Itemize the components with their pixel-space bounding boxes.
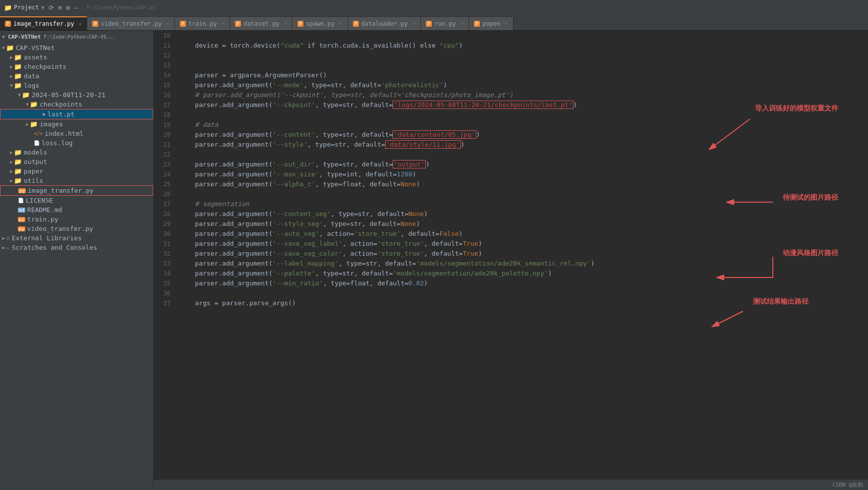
code-line-content[interactable] — [175, 110, 868, 120]
code-line-content[interactable]: parser = argparse.ArgumentParser() — [175, 70, 868, 80]
project-label[interactable]: Project — [14, 4, 39, 11]
sidebar-item-checkpoints-root[interactable]: ▶📁checkpoints — [0, 62, 153, 71]
sidebar-item-video-transfer-py[interactable]: pyvideo_transfer.py — [0, 224, 153, 233]
tab-image_transfer[interactable]: Pimage_transfer.py× — [0, 16, 87, 30]
sidebar-item-scratches[interactable]: ▶✏Scratches and Consoles — [0, 243, 153, 252]
code-line-content[interactable]: parser.add_argument('--style_seg', type=… — [175, 219, 868, 229]
code-row: 34 parser.add_argument('--palette', type… — [154, 269, 868, 278]
code-row: 19 # data — [154, 120, 868, 130]
code-line-content[interactable] — [175, 60, 868, 70]
sidebar-item-logs-date[interactable]: ▼📁2024-05-08T11-20-21 — [0, 90, 153, 100]
sidebar-item-output[interactable]: ▶📁output — [0, 157, 153, 166]
code-row: 28 parser.add_argument('--content_seg', … — [154, 209, 868, 219]
code-line-content[interactable]: parser.add_argument('--max_size', type=i… — [175, 169, 868, 179]
tab-label-spawn: spawn.py — [306, 20, 335, 27]
tab-video_transfer[interactable]: Pvideo_transfer.py× — [87, 16, 174, 30]
code-line-content[interactable]: parser.add_argument('--label_mapping', t… — [175, 259, 868, 269]
code-line-content[interactable]: # segmentation — [175, 199, 868, 209]
code-line-content[interactable]: parser.add_argument('--auto_seg', action… — [175, 229, 868, 239]
tab-close-train[interactable]: × — [222, 20, 225, 27]
sidebar-item-last-pt[interactable]: ◈last.pt — [0, 109, 153, 119]
code-line-content[interactable]: args = parser.parse_args() — [175, 298, 868, 308]
sidebar-item-models[interactable]: ▶📁models — [0, 148, 153, 157]
code-row: 12 — [154, 51, 868, 60]
code-line-content[interactable]: parser.add_argument('--content_seg', typ… — [175, 209, 868, 219]
tab-bar: Pimage_transfer.py×Pvideo_transfer.py×Pt… — [0, 15, 868, 31]
sidebar-item-paper[interactable]: ▶📁paper — [0, 166, 153, 176]
code-table: 10 11 device = torch.device("cuda" if to… — [154, 31, 868, 308]
code-row: 10 — [154, 31, 868, 41]
bottom-bar: CSDN @佐助 — [154, 479, 868, 490]
code-line-content[interactable]: parser.add_argument('--style', type=str,… — [175, 140, 868, 150]
tab-close-dataloader[interactable]: × — [412, 20, 416, 27]
code-line-content[interactable]: parser.add_argument('--palette', type=st… — [175, 269, 868, 278]
code-row: 26 — [154, 189, 868, 199]
tab-label-video_transfer: video_transfer.py — [101, 20, 162, 27]
credit-text: CSDN @佐助 — [832, 481, 863, 489]
tab-spawn[interactable]: Pspawn.py× — [292, 16, 347, 30]
code-line-content[interactable]: # parser.add_argument('--ckpoint', type=… — [175, 90, 868, 100]
sidebar-item-index-html[interactable]: </>index.html — [0, 129, 153, 138]
code-line-content[interactable]: parser.add_argument('--content', type=st… — [175, 130, 868, 140]
code-row: 27 # segmentation — [154, 199, 868, 209]
sidebar-item-image-transfer-py[interactable]: pyimage_transfer.py — [0, 185, 153, 196]
tab-dataset[interactable]: Pdataset.py× — [230, 16, 292, 30]
code-line-content[interactable]: parser.add_argument('--alpha_c', type=fl… — [175, 179, 868, 189]
code-row: 16 # parser.add_argument('--ckpoint', ty… — [154, 90, 868, 100]
code-row: 25 parser.add_argument('--alpha_c', type… — [154, 179, 868, 189]
sidebar-item-train-py[interactable]: pytrain.py — [0, 215, 153, 224]
tab-close-spawn[interactable]: × — [339, 20, 343, 27]
code-line-content[interactable]: parser.add_argument('--min_ratio', type=… — [175, 278, 868, 288]
code-line-content[interactable] — [175, 288, 868, 298]
tab-train[interactable]: Ptrain.py× — [175, 16, 230, 30]
code-line-content[interactable]: parser.add_argument('--save_seg_label', … — [175, 239, 868, 249]
sidebar-item-assets[interactable]: ▶📁assets — [0, 53, 153, 62]
code-line-content[interactable] — [175, 150, 868, 160]
code-row: 29 parser.add_argument('--style_seg', ty… — [154, 219, 868, 229]
toolbar-icon-4[interactable]: — — [74, 4, 78, 11]
code-line-content[interactable]: parser.add_argument('--out_dir', type=st… — [175, 160, 868, 169]
code-row: 30 parser.add_argument('--auto_seg', act… — [154, 229, 868, 239]
tab-icon-spawn: P — [297, 21, 303, 27]
toolbar-icon-3[interactable]: ⚙ — [66, 4, 70, 11]
tab-close-popen[interactable]: × — [505, 20, 508, 27]
code-row: 13 — [154, 60, 868, 70]
code-row: 21 parser.add_argument('--style', type=s… — [154, 140, 868, 150]
toolbar-icon-1[interactable]: ⟳ — [49, 4, 54, 11]
code-line-content[interactable] — [175, 51, 868, 60]
tab-close-video_transfer[interactable]: × — [166, 20, 170, 27]
sidebar-item-loss-log[interactable]: 📄loss.log — [0, 138, 153, 148]
sidebar-item-external-libraries[interactable]: ▶⚙External Libraries — [0, 233, 153, 243]
sidebar-item-cap-vstnet[interactable]: ▼📁CAP-VSTNet — [0, 43, 153, 53]
code-line-content[interactable]: # data — [175, 120, 868, 130]
code-line-content[interactable]: parser.add_argument('--mode', type=str, … — [175, 80, 868, 90]
sidebar-item-utils[interactable]: ▶📁utils — [0, 176, 153, 185]
tab-label-dataloader: dataloader.py — [361, 20, 408, 27]
tab-runpy[interactable]: Prun.py× — [421, 16, 469, 30]
sidebar-item-license[interactable]: 📄LICENSE — [0, 196, 153, 205]
toolbar-icon-2[interactable]: ≡ — [58, 4, 62, 11]
tab-dataloader[interactable]: Pdataloader.py× — [348, 16, 421, 30]
code-line-content[interactable] — [175, 31, 868, 41]
code-line-content[interactable]: device = torch.device("cuda" if torch.cu… — [175, 41, 868, 51]
sidebar-item-checkpoints-sub[interactable]: ▼📁checkpoints — [0, 100, 153, 109]
tab-icon-runpy: P — [426, 21, 432, 27]
sidebar-item-data[interactable]: ▶📁data — [0, 71, 153, 81]
tab-close-runpy[interactable]: × — [461, 20, 464, 27]
code-row: 23 parser.add_argument('--out_dir', type… — [154, 160, 868, 169]
tab-close-image_transfer[interactable]: × — [79, 21, 82, 27]
code-row: 18 — [154, 110, 868, 120]
code-line-content[interactable]: parser.add_argument('--ckpoint', type=st… — [175, 100, 868, 110]
sidebar-item-logs[interactable]: ▼📁logs — [0, 81, 153, 90]
code-line-content[interactable]: parser.add_argument('--save_seg_color', … — [175, 249, 868, 259]
sidebar-item-readme-md[interactable]: mdREADME.md — [0, 205, 153, 215]
tab-close-dataset[interactable]: × — [284, 20, 288, 27]
code-row: 20 parser.add_argument('--content', type… — [154, 130, 868, 140]
code-line-content[interactable] — [175, 189, 868, 199]
tab-icon-popen: P — [474, 21, 480, 27]
tab-label-popen: popen — [482, 20, 500, 27]
tab-popen[interactable]: Ppopen× — [469, 16, 514, 30]
code-container[interactable]: 10 11 device = torch.device("cuda" if to… — [154, 31, 868, 479]
sidebar-item-images[interactable]: ▶📁images — [0, 119, 153, 129]
project-icon: 📁 — [4, 4, 12, 11]
